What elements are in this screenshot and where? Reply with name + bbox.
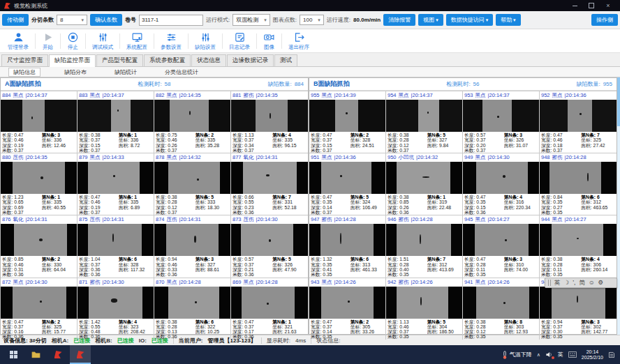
defect-cell[interactable]: 952黑点|20:14:36长度: 0.47宽度: 0.46深度: 0.18米数…	[540, 91, 617, 153]
ime-settings-icon[interactable]: ⚙	[598, 278, 604, 287]
defect-cell[interactable]: 879黑点|20:14:33长度: 0.47宽度: 0.46深度: 0.19米数…	[78, 153, 154, 215]
start-button[interactable]	[3, 345, 24, 364]
ime-moon-icon[interactable]: ☽	[564, 278, 570, 287]
roll-number-input[interactable]	[139, 15, 203, 26]
defect-image	[231, 162, 308, 194]
tab-2[interactable]: 产品型号配置	[96, 54, 143, 66]
data-access-menu-button[interactable]: 数据快捷访问	[446, 14, 493, 26]
defect-cell[interactable]: 950小凹坑|20:14:32长度: 0.38宽度: 0.85深度: 0.26米…	[386, 153, 463, 215]
ime-lang-toggle[interactable]: 英	[554, 278, 561, 287]
ime-emoji-icon[interactable]: ☺	[589, 278, 595, 287]
info-row: 米数: 0.36	[464, 210, 504, 215]
defect-cell[interactable]: 876氧化|20:14:31长度: 0.85宽度: 0.46深度: 0.31米数…	[1, 215, 78, 277]
action-image-button[interactable]: 图像	[257, 31, 281, 51]
close-button[interactable]: ×	[605, 2, 612, 9]
defect-cell[interactable]: 874压伤|20:14:31长度: 0.94宽度: 0.46深度: 0.33米数…	[154, 215, 231, 277]
volume-tray-icon[interactable]	[545, 351, 553, 358]
defect-cell[interactable]: 951黑点|20:14:36长度: 0.47宽度: 0.35深度: 0.14米数…	[309, 153, 386, 215]
ime-punctuation-toggle[interactable]: ’,	[573, 278, 575, 287]
defect-cell[interactable]: 883黑点|20:14:37长度: 0.38宽度: 0.37深度: 0.15米数…	[78, 91, 154, 153]
defect-cell[interactable]: 946擦伤|20:14:28长度: 1.51宽度: 0.28深度: 0.40米数…	[386, 215, 463, 277]
tab-6[interactable]: 测试	[274, 54, 297, 66]
ime-drag-handle[interactable]	[548, 280, 551, 286]
action-user-button[interactable]: 管理登录	[1, 31, 35, 51]
defect-cell[interactable]: 875压伤|20:14:31长度: 1.04宽度: 0.37深度: 0.36米数…	[78, 215, 154, 277]
action-start-button[interactable]: 开始	[36, 31, 60, 51]
help-menu-button[interactable]: 帮助	[496, 14, 520, 26]
subtab-2[interactable]: 缺陷统计	[110, 68, 141, 76]
defect-cell[interactable]: 884黑点|20:14:37长度: 0.47宽度: 0.46深度: 0.19米数…	[1, 91, 78, 153]
subtab-0[interactable]: 缺陷信息	[8, 68, 40, 77]
action-center-icon[interactable]	[608, 351, 615, 358]
defect-type: 黑点	[167, 153, 177, 162]
tab-1[interactable]: 缺陷监控界面	[49, 54, 96, 67]
action-params-button[interactable]: 参数设置	[154, 31, 188, 51]
info-row: 米数: 0.35	[464, 334, 504, 339]
defect-cell[interactable]: 870黑点|20:14:28长度: 0.38宽度: 0.28深度: 0.13米数…	[154, 278, 231, 340]
drive-side-button[interactable]: 传动侧	[2, 14, 29, 26]
slit-count-select[interactable]: 8	[57, 15, 87, 25]
scrollbar-thumb[interactable]	[617, 77, 620, 126]
defect-cell[interactable]: 947擦伤|20:14:28长度: 1.32宽度: 0.35深度: 0.41米数…	[309, 215, 386, 277]
action-exit-button[interactable]: 退出程序	[282, 31, 316, 51]
info-row: 面积: 24.51	[350, 143, 384, 148]
defect-cell[interactable]: 873压伤|20:14:30长度: 0.57宽度: 0.37深度: 0.21米数…	[231, 215, 308, 277]
info-row: 第N条: 4	[504, 195, 538, 199]
defect-cell[interactable]: 954黑点|20:14:37长度: 0.38宽度: 0.28深度: 0.12米数…	[386, 91, 463, 153]
info-row: 坐标: 312	[581, 199, 615, 204]
ime-simplified-toggle[interactable]: 简	[579, 278, 585, 287]
defect-cell[interactable]: 942擦伤|20:14:26长度: 1.13宽度: 0.46深度: 0.37米数…	[386, 278, 463, 340]
info-row: 第N条: 7	[272, 195, 307, 199]
defect-cell[interactable]: 881擦伤|20:14:35长度: 1.13宽度: 0.37深度: 0.34米数…	[231, 91, 308, 153]
clock[interactable]: 20:14 2025/2/10	[582, 349, 603, 361]
clear-alarm-button[interactable]: 清除报警	[383, 14, 415, 26]
keyboard-icon[interactable]	[568, 351, 577, 358]
info-row: 长度: 1.13	[388, 319, 427, 324]
confirm-count-button[interactable]: 确认条数	[90, 14, 122, 26]
defect-cell[interactable]: 878黑点|20:14:32长度: 0.38宽度: 0.28深度: 0.12米数…	[154, 153, 231, 215]
defect-info: 长度: 0.38宽度: 0.37深度: 0.15米数: 0.37第N条: 1坐标…	[78, 132, 154, 153]
subtab-3[interactable]: 分类信息统计	[161, 68, 202, 76]
run-mode-select[interactable]: 双面检测	[232, 14, 270, 26]
tab-4[interactable]: 状态信息	[191, 54, 226, 66]
defect-cell[interactable]: 869黑点|20:14:28长度: 0.47宽度: 0.37深度: 0.17米数…	[231, 278, 308, 340]
tray-expand-chevron[interactable]: ∧	[537, 352, 540, 358]
defect-cell[interactable]: 882黑点|20:14:35长度: 0.75宽度: 0.46深度: 0.26米数…	[154, 91, 231, 153]
action-stop-button[interactable]: 停止	[61, 31, 85, 51]
info-row: 面积: 106.49	[350, 205, 384, 210]
defect-cell[interactable]: 945黑点|20:14:27长度: 0.47宽度: 0.28深度: 0.11米数…	[463, 215, 540, 277]
action-defect-button[interactable]: 缺陷设置	[189, 31, 222, 51]
defect-cell[interactable]: 955黑点|20:14:39长度: 0.47宽度: 0.37深度: 0.15米数…	[309, 91, 386, 153]
maximize-button[interactable]	[588, 2, 595, 9]
taskbar-app-icon[interactable]	[47, 345, 68, 364]
defect-cell[interactable]: 948擦伤|20:14:28长度: 0.84宽度: 0.35深度: 0.27米数…	[540, 153, 617, 215]
taskbar-app-icon-active[interactable]	[70, 345, 91, 364]
info-row: 深度: 0.33	[156, 267, 195, 272]
defect-cell[interactable]: 880压伤|20:14:35长度: 1.23宽度: 0.65深度: 0.69米数…	[1, 153, 78, 215]
subtab-1[interactable]: 缺陷分布	[60, 68, 91, 76]
defect-cell[interactable]: 872黑点|20:14:30长度: 0.47宽度: 0.37深度: 0.16米数…	[1, 278, 78, 340]
ime-indicator[interactable]: 英	[558, 351, 563, 358]
action-system-button[interactable]: 系统配置	[120, 31, 154, 51]
minimize-button[interactable]	[571, 2, 578, 9]
defect-cell[interactable]: 949黑点|20:14:30长度: 0.47宽度: 0.35深度: 0.15米数…	[463, 153, 540, 215]
defect-cell[interactable]: 943黑点|20:14:26长度: 0.47宽度: 0.37深度: 0.14米数…	[309, 278, 386, 340]
defect-cell[interactable]: 871擦伤|20:14:30长度: 1.42宽度: 0.55深度: 0.48米数…	[78, 278, 154, 340]
info-row: 面积: 40.55	[42, 205, 75, 210]
action-log-button[interactable]: 日志记录	[223, 31, 256, 51]
tab-0[interactable]: 尺寸监控界面	[1, 54, 48, 66]
weather-widget[interactable]: 气温下降	[502, 351, 532, 359]
defect-cell[interactable]: 941黑点|20:14:26长度: 0.38宽度: 0.28深度: 0.12米数…	[463, 278, 540, 340]
info-row: 深度: 0.20	[464, 143, 504, 148]
defect-cell[interactable]: 877氧化|20:14:31长度: 0.66宽度: 0.55深度: 0.23米数…	[231, 153, 308, 215]
defect-spot	[189, 111, 191, 115]
action-debug-button[interactable]: 调试模式	[86, 31, 119, 51]
operate-side-button[interactable]: 操作侧	[591, 14, 618, 26]
tab-3[interactable]: 系统参数配置	[144, 54, 191, 66]
defect-cell[interactable]: 953黑点|20:14:37长度: 0.57宽度: 0.37深度: 0.20米数…	[463, 91, 540, 153]
tab-5[interactable]: 边缘数据记录	[227, 54, 274, 66]
defect-cell[interactable]: 944黑点|20:14:27长度: 0.38宽度: 0.28深度: 0.11米数…	[540, 215, 617, 277]
chart-points-select[interactable]: 100	[300, 15, 324, 25]
view-menu-button[interactable]: 视图	[418, 14, 443, 26]
file-explorer-button[interactable]	[25, 345, 46, 364]
